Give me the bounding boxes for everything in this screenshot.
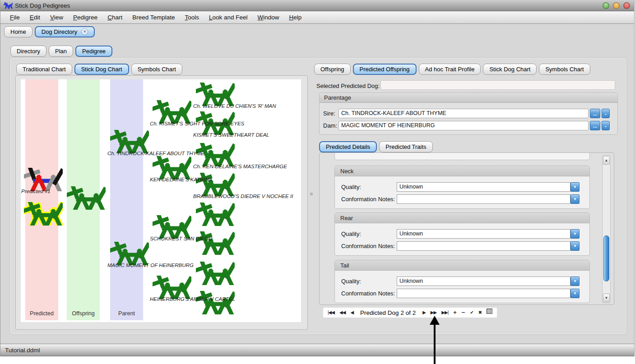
- sire-browse-button[interactable]: ...: [590, 109, 600, 118]
- tail-quality-value[interactable]: Unknown: [397, 276, 570, 286]
- app-window: Stick Dog Pedigrees FileEditViewPedigree…: [0, 0, 635, 356]
- dropdown-arrow-icon[interactable]: ▼: [570, 194, 579, 204]
- menu-chart[interactable]: Chart: [102, 14, 127, 21]
- rear-quality-combo[interactable]: Unknown▼: [397, 229, 579, 239]
- view-tab-pedigree[interactable]: Pedigree: [75, 46, 112, 57]
- view-tab-directory[interactable]: Directory: [10, 46, 46, 57]
- sire-field[interactable]: Ch. TINDROCK-KALEEF ABOUT THYME: [338, 109, 589, 118]
- scrollbar-thumb[interactable]: [603, 235, 609, 281]
- menu-tools[interactable]: Tools: [180, 14, 204, 21]
- dog-sire[interactable]: [110, 130, 149, 153]
- dog-sire-sire[interactable]: [153, 100, 191, 124]
- menu-look-and-feel[interactable]: Look and Feel: [204, 14, 253, 21]
- dog-predicted-2[interactable]: [24, 202, 63, 226]
- minimize-button[interactable]: [603, 2, 609, 9]
- neck-quality-combo[interactable]: Unknown▼: [397, 182, 579, 192]
- neck-quality-value[interactable]: Unknown: [397, 182, 570, 192]
- dropdown-arrow-icon[interactable]: ▼: [570, 276, 579, 286]
- menu-breed-template[interactable]: Breed Template: [127, 14, 180, 21]
- dog-ggp-8[interactable]: [196, 291, 235, 314]
- dam-field[interactable]: MAGIC MOMENT OF HEINERBURG: [338, 121, 589, 130]
- tail-notes-combo[interactable]: ▼: [397, 289, 579, 298]
- last-record-button[interactable]: ▶▶|: [441, 308, 448, 318]
- menu-edit[interactable]: Edit: [25, 14, 45, 21]
- offspring-tab-offspring[interactable]: Offspring: [314, 64, 351, 75]
- dog-ggp-7[interactable]: [196, 262, 235, 285]
- doc-tab-dog-directory[interactable]: Dog Directory✕: [35, 26, 95, 37]
- dropdown-arrow-icon[interactable]: ▼: [570, 229, 579, 239]
- dog-sire-dam[interactable]: [153, 156, 191, 180]
- dog-dam-sire[interactable]: [153, 215, 191, 239]
- chart-column-parent: [110, 79, 143, 320]
- stick-dog-chart[interactable]: PredictedOffspringParentPredicted #1Ch. …: [21, 79, 301, 322]
- neck-notes-value[interactable]: [397, 194, 570, 204]
- section-header-neck: Neck: [335, 166, 589, 176]
- dog-predicted-1[interactable]: [24, 168, 63, 191]
- tail-quality-combo[interactable]: Unknown▼: [397, 276, 579, 286]
- chart-tab-symbols-chart[interactable]: Symbols Chart: [131, 64, 182, 75]
- title-bar[interactable]: Stick Dog Pedigrees: [0, 0, 634, 11]
- dog-ggp-6[interactable]: [196, 231, 235, 255]
- scroll-up-button[interactable]: ▲: [603, 156, 610, 165]
- maximize-button[interactable]: [613, 2, 620, 9]
- dog-dam-dam[interactable]: [153, 276, 191, 299]
- section-neck: NeckQuality:Unknown▼Conformation Notes:▼: [334, 166, 590, 209]
- conformation-notes-label: Conformation Notes:: [341, 241, 395, 251]
- selected-predicted-dog-field[interactable]: [380, 80, 615, 90]
- details-tab-predicted-details[interactable]: Predicted Details: [319, 141, 377, 152]
- dog-ggp-1[interactable]: [196, 83, 235, 106]
- document-tab-strip: HomeDog Directory✕: [0, 24, 634, 39]
- delete-record-button[interactable]: −: [462, 308, 465, 318]
- offspring-tab-symbols-chart[interactable]: Symbols Chart: [539, 64, 590, 75]
- section-rear: RearQuality:Unknown▼Conformation Notes:▼: [334, 212, 590, 256]
- dam-remove-button[interactable]: -: [602, 121, 610, 130]
- scroll-down-button[interactable]: ▼: [603, 294, 610, 302]
- dog-label-sire: Ch. TINDROCK-KALEEF ABOUT THYME: [107, 151, 204, 156]
- doc-tab-home[interactable]: Home: [4, 26, 32, 37]
- chart-tab-traditional-chart[interactable]: Traditional Chart: [16, 64, 72, 75]
- next-record-button[interactable]: ▶: [422, 308, 426, 318]
- dropdown-arrow-icon[interactable]: ▼: [570, 241, 579, 251]
- record-position-label: Predicted Dog 2 of 2: [360, 309, 416, 316]
- first-record-button[interactable]: |◀◀: [328, 308, 334, 318]
- dog-dam[interactable]: [110, 242, 149, 265]
- menu-window[interactable]: Window: [253, 14, 284, 21]
- previous-record-button[interactable]: ◀: [350, 308, 353, 318]
- menu-pedigree[interactable]: Pedigree: [68, 14, 102, 21]
- view-tab-plan[interactable]: Plan: [49, 46, 73, 57]
- rewind-button[interactable]: ◀◀: [339, 308, 345, 318]
- dropdown-arrow-icon[interactable]: ▼: [570, 182, 579, 192]
- rear-notes-value[interactable]: [397, 241, 570, 251]
- details-scrollbar[interactable]: ▲ ▼: [602, 155, 611, 303]
- conformation-notes-label: Conformation Notes:: [341, 194, 395, 204]
- panel-splitter[interactable]: [309, 75, 314, 330]
- dog-ggp-4[interactable]: [196, 173, 235, 196]
- dog-label-dam-sire: SCHOKREST SAN DIEGO: [150, 236, 213, 241]
- sire-remove-button[interactable]: -: [602, 109, 610, 118]
- menu-help[interactable]: Help: [284, 14, 307, 21]
- dog-offspring-1[interactable]: [67, 186, 106, 210]
- add-record-button[interactable]: +: [453, 308, 457, 318]
- neck-notes-combo[interactable]: ▼: [397, 194, 579, 204]
- parentage-header: Parentage: [320, 93, 617, 103]
- previous-section-partial: [334, 152, 590, 160]
- close-button[interactable]: [623, 2, 630, 9]
- rear-quality-value[interactable]: Unknown: [397, 229, 570, 239]
- offspring-tab-predicted-offspring[interactable]: Predicted Offspring: [353, 64, 417, 75]
- menu-file[interactable]: File: [5, 14, 25, 21]
- rear-notes-combo[interactable]: ▼: [397, 241, 579, 251]
- close-tab-icon[interactable]: ✕: [81, 28, 88, 35]
- dam-browse-button[interactable]: ...: [590, 121, 600, 130]
- tail-notes-value[interactable]: [397, 289, 570, 298]
- offspring-tab-ad-hoc-trait-profile[interactable]: Ad hoc Trait Profile: [419, 64, 481, 75]
- dog-label-predicted-1: Predicted #1: [21, 189, 51, 194]
- cancel-edit-button[interactable]: ✖: [478, 308, 482, 318]
- menu-view[interactable]: View: [45, 14, 68, 21]
- commit-record-button[interactable]: ✔: [470, 308, 473, 318]
- dropdown-arrow-icon[interactable]: ▼: [570, 289, 579, 298]
- dog-ggp-5[interactable]: [196, 203, 235, 226]
- details-tab-predicted-traits[interactable]: Predicted Traits: [379, 141, 432, 152]
- grid-view-button[interactable]: [487, 308, 492, 318]
- chart-tab-stick-dog-chart[interactable]: Stick Dog Chart: [74, 64, 129, 75]
- offspring-tab-stick-dog-chart[interactable]: Stick Dog Chart: [483, 64, 537, 75]
